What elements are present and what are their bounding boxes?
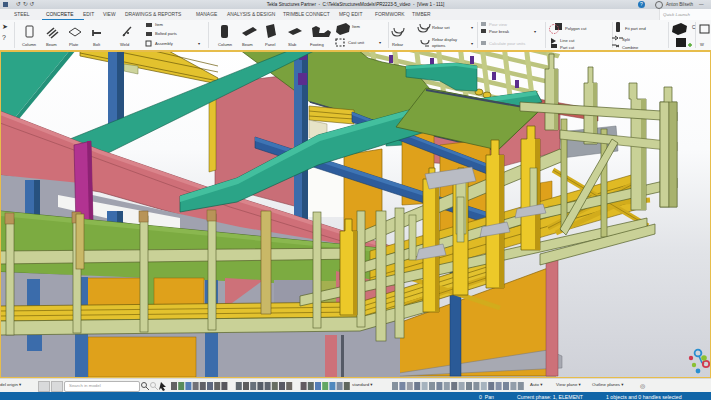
svg-text:C: C <box>692 25 696 30</box>
